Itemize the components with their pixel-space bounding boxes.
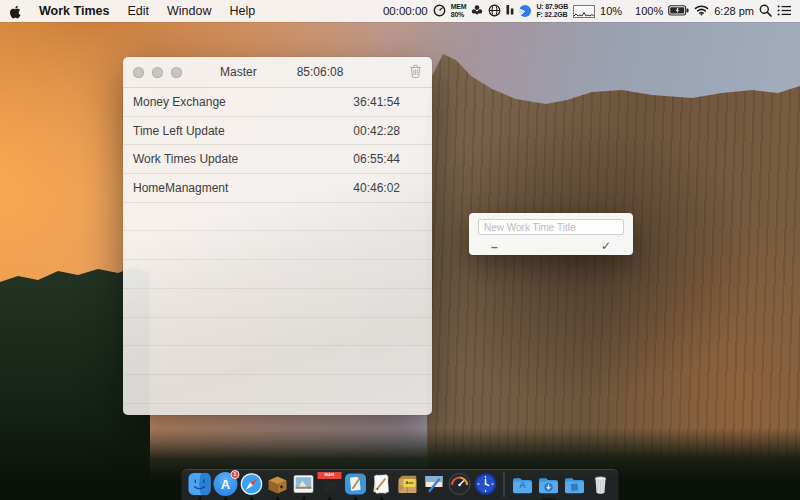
menu-help[interactable]: Help (229, 4, 255, 18)
downloads-indicator (541, 498, 556, 500)
dock-item-archive-box[interactable]: Ann (396, 472, 420, 496)
dock-item-app-store[interactable]: A 1 (214, 472, 238, 496)
running-indicator (302, 497, 305, 500)
timer-name: Money Exchange (133, 95, 226, 109)
app-store-badge: 1 (231, 470, 240, 479)
confirm-button[interactable]: ✓ (601, 239, 611, 253)
new-work-time-title-input[interactable] (478, 219, 624, 235)
memory-gauge-icon[interactable] (433, 4, 446, 19)
calendar-icon: MAR 20 (318, 472, 342, 494)
trash-icon[interactable] (409, 64, 422, 81)
dock-item-trash[interactable] (589, 472, 613, 496)
dock-item-safari[interactable] (240, 472, 264, 496)
disk-used: U: 87.9GB (536, 3, 568, 11)
empty-row (123, 318, 432, 347)
menu-edit[interactable]: Edit (127, 4, 149, 18)
notification-center-icon[interactable] (777, 4, 792, 19)
menu-window[interactable]: Window (167, 4, 211, 18)
timer-row[interactable]: Money Exchange 36:41:54 (123, 88, 432, 117)
dock-item-photo-editor[interactable] (422, 472, 446, 496)
dock-item-photos[interactable] (292, 472, 316, 496)
level-bars-icon[interactable] (506, 4, 514, 18)
empty-row (123, 260, 432, 289)
textedit-icon (370, 472, 394, 496)
dock-item-documents-folder[interactable] (563, 472, 587, 496)
applications-folder-letter: A (511, 480, 535, 490)
close-button[interactable] (133, 67, 144, 78)
zoom-button[interactable] (171, 67, 182, 78)
timer-name: HomeManagment (133, 181, 228, 195)
new-work-time-popup: – ✓ (469, 213, 633, 255)
remove-button[interactable]: – (491, 240, 498, 254)
master-timer-title: Master (220, 65, 257, 79)
timer-row[interactable]: Time Left Update 00:42:28 (123, 117, 432, 146)
menu-bar-left: Work Times Edit Window Help (8, 4, 255, 19)
timer-value: 40:46:02 (353, 181, 400, 195)
battery-percent[interactable]: 100% (635, 5, 663, 17)
wifi-icon[interactable] (694, 4, 709, 18)
documents-folder-icon (563, 472, 587, 496)
running-indicator (250, 497, 253, 500)
safari-icon (240, 472, 264, 496)
running-indicator (328, 497, 331, 500)
app-store-letter: A (221, 478, 230, 491)
trash-bin-icon (589, 472, 613, 496)
apple-menu-icon[interactable] (8, 4, 21, 19)
running-indicator (276, 497, 279, 500)
master-timer-value: 85:06:08 (297, 65, 344, 79)
cpu-percent[interactable]: 10% (600, 5, 622, 17)
dock: A 1 MAR 20 (182, 469, 619, 500)
globe-icon[interactable] (488, 4, 501, 19)
status-disk[interactable]: U: 87.9GB F: 32.2GB (536, 3, 568, 19)
status-timer[interactable]: 00:00:00 (383, 5, 428, 17)
dock-item-work-times[interactable] (474, 472, 498, 496)
dock-item-gauge[interactable] (448, 472, 472, 496)
dock-item-calendar[interactable]: MAR 20 (318, 472, 342, 496)
applications-folder-icon: A (511, 472, 535, 496)
boxer-box-icon (266, 472, 290, 496)
work-times-window: Master 85:06:08 Money Exchange 36:41:54 … (123, 57, 432, 415)
timer-row[interactable]: HomeManagment 40:46:02 (123, 174, 432, 203)
running-indicator (354, 497, 357, 500)
bug-icon[interactable] (471, 4, 483, 18)
dock-item-applications-folder[interactable]: A (511, 472, 535, 496)
dock-item-xcode[interactable] (344, 472, 368, 496)
status-clock[interactable]: 6:28 pm (714, 5, 754, 17)
timer-value: 06:55:44 (353, 152, 400, 166)
empty-row (123, 289, 432, 318)
timer-row[interactable]: Work Times Update 06:55:44 (123, 145, 432, 174)
spotlight-icon[interactable] (759, 4, 772, 19)
empty-row (123, 231, 432, 260)
dock-item-textedit[interactable] (370, 472, 394, 496)
running-indicator (198, 497, 201, 500)
empty-row (123, 346, 432, 375)
archive-box-icon: Ann (396, 472, 420, 496)
timer-name: Work Times Update (133, 152, 238, 166)
memory-label: MEM (451, 3, 467, 11)
archive-box-label: Ann (404, 479, 416, 487)
disk-pie-icon[interactable] (519, 5, 531, 17)
app-menu-title[interactable]: Work Times (39, 4, 109, 18)
battery-icon[interactable] (668, 5, 689, 18)
status-memory[interactable]: MEM 80% (451, 3, 467, 19)
running-indicator (380, 497, 383, 500)
dock-item-boxer[interactable] (266, 472, 290, 496)
dock-item-downloads-folder[interactable] (537, 472, 561, 496)
menu-bar: Work Times Edit Window Help 00:00:00 MEM… (0, 0, 800, 22)
calendar-day: 20 (318, 479, 342, 494)
dock-item-finder[interactable] (188, 472, 212, 496)
running-indicator (224, 497, 227, 500)
minimize-button[interactable] (152, 67, 163, 78)
menu-bar-status: 00:00:00 MEM 80% U: 87.9GB F: 32.2GB (383, 3, 792, 19)
cpu-graph-icon[interactable] (573, 5, 595, 18)
gauge-icon (448, 472, 472, 496)
finder-icon (188, 472, 212, 496)
photos-icon (292, 472, 316, 496)
timer-value: 00:42:28 (353, 124, 400, 138)
traffic-lights (133, 67, 182, 78)
xcode-icon (344, 472, 368, 496)
window-header: Master 85:06:08 (123, 57, 432, 88)
memory-value: 80% (451, 11, 467, 19)
empty-row (123, 203, 432, 232)
timer-list: Money Exchange 36:41:54 Time Left Update… (123, 88, 432, 404)
